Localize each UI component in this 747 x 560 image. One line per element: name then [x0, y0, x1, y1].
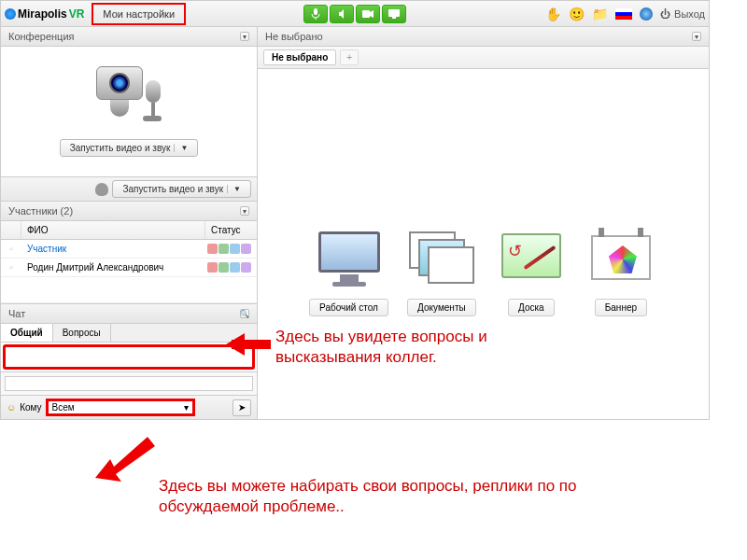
smile-icon[interactable]: ☺ [7, 402, 16, 413]
participant-name: Родин Дмитрий Александрович [21, 259, 205, 275]
audio-button[interactable] [330, 5, 354, 23]
svg-rect-0 [314, 8, 317, 15]
annotation-arrow [215, 334, 271, 353]
chevron-down-icon: ▼ [174, 144, 188, 152]
folder-icon[interactable]: 📁 [592, 7, 608, 21]
table-row[interactable]: ▫ Родин Дмитрий Александрович [1, 259, 257, 277]
share-label: Документы [407, 299, 476, 316]
exit-button[interactable]: ⏻ Выход [660, 8, 705, 20]
recipient-row: ☺ Кому Всем ▾ ➤ [1, 395, 257, 419]
screen-button[interactable] [382, 5, 406, 23]
komu-label: Кому [20, 402, 41, 413]
flag-ru-icon[interactable] [615, 8, 632, 20]
content-tabs: Не выбрано + [258, 47, 709, 69]
annotation-arrow [93, 420, 159, 485]
topbar: MirapolisVR Мои настройки ✋ 🙂 📁 ⏻ Выход [1, 1, 709, 27]
share-board[interactable]: ↺ Доска [495, 228, 568, 316]
status-icon[interactable] [218, 262, 229, 273]
webcam-preview [87, 66, 171, 132]
table-head: ФИО Статус [1, 221, 257, 240]
globe-icon[interactable] [640, 7, 653, 21]
top-center-controls [303, 5, 406, 23]
add-tab-button[interactable]: + [340, 49, 359, 65]
share-documents[interactable]: Документы [405, 228, 478, 316]
status-icon[interactable] [241, 262, 251, 273]
board-icon: ↺ [495, 228, 568, 291]
smile-icon[interactable]: 🙂 [569, 7, 585, 21]
share-label: Баннер [595, 299, 647, 316]
logo-icon [5, 8, 16, 20]
svg-rect-2 [388, 9, 400, 17]
svg-rect-3 [392, 17, 396, 19]
annotation-text: Здесь вы можете набирать свои вопросы, р… [159, 476, 644, 517]
chevron-down-icon: ▾ [184, 402, 189, 413]
status-icon[interactable] [218, 244, 229, 254]
desktop-icon [313, 228, 386, 291]
status-icon[interactable] [207, 244, 218, 254]
status-icon[interactable] [207, 262, 218, 273]
annotation-text: Здесь вы увидете вопросы и высказывания … [275, 327, 556, 368]
table-row [1, 277, 257, 303]
brand-suffix: VR [69, 7, 85, 21]
exit-label: Выход [674, 8, 705, 20]
status-icon[interactable] [230, 262, 240, 273]
content-header: Не выбрано ▾ [258, 27, 709, 47]
start-av-label: Запустить видео и звук [70, 143, 171, 153]
user-icon [95, 183, 108, 196]
status-icon[interactable] [241, 244, 251, 254]
participants-table: ФИО Статус ▫ Участник ▫ Родин Дмитрий Ал [1, 221, 257, 304]
start-av-label-2: Запустить видео и звук [122, 184, 223, 194]
camera-button[interactable] [356, 5, 380, 23]
search-icon[interactable]: 🔍 [240, 309, 249, 318]
participant-name[interactable]: Участник [21, 241, 205, 257]
conference-title: Конференция [8, 31, 74, 42]
tab-general[interactable]: Общий [1, 324, 53, 342]
svg-rect-1 [362, 10, 370, 18]
conference-header: Конференция ▾ [1, 27, 257, 47]
content-title: Не выбрано [265, 31, 323, 42]
recipient-value: Всем [52, 402, 75, 413]
banner-icon [585, 228, 657, 291]
start-av-button-2[interactable]: Запустить видео и звук ▼ [112, 180, 251, 198]
chat-input-row [1, 371, 257, 395]
tab-questions[interactable]: Вопросы [53, 324, 111, 342]
start-av-button[interactable]: Запустить видео и звук ▼ [60, 139, 199, 157]
svg-marker-4 [95, 437, 155, 482]
share-label: Доска [508, 299, 555, 316]
chevron-down-icon: ▼ [227, 185, 241, 193]
table-row[interactable]: ▫ Участник [1, 240, 257, 259]
brand-text: Mirapolis [18, 7, 67, 21]
share-label: Рабочий стол [309, 299, 388, 316]
status-icon[interactable] [230, 244, 240, 254]
top-right: ✋ 🙂 📁 ⏻ Выход [545, 7, 705, 21]
av-subbar: Запустить видео и звук ▼ [1, 177, 257, 202]
col-status: Статус [205, 221, 257, 239]
participants-title: Участники (2) [8, 205, 73, 217]
conference-panel: Запустить видео и звук ▼ [1, 47, 257, 177]
content-tab[interactable]: Не выбрано [263, 49, 336, 65]
col-name: ФИО [21, 221, 205, 239]
hand-icon[interactable]: ✋ [545, 7, 561, 21]
share-desktop[interactable]: Рабочий стол [309, 228, 388, 316]
panel-caret-icon[interactable]: ▾ [692, 32, 701, 41]
documents-icon [405, 228, 478, 291]
chat-title: Чат [8, 308, 25, 319]
panel-caret-icon[interactable]: ▾ [240, 32, 249, 41]
chat-header: Чат 🔍 [1, 304, 257, 324]
recipient-select[interactable]: Всем ▾ [46, 399, 195, 416]
chat-input[interactable] [5, 376, 253, 391]
exit-icon: ⏻ [660, 8, 670, 20]
share-banner[interactable]: Баннер [585, 228, 657, 316]
logo: MirapolisVR [5, 7, 84, 21]
left-column: Конференция ▾ Запустить видео и звук ▼ З… [1, 27, 258, 419]
my-settings-button[interactable]: Мои настройки [92, 3, 186, 25]
panel-caret-icon[interactable]: ▾ [240, 206, 249, 216]
participants-header: Участники (2) ▾ [1, 202, 257, 221]
send-button[interactable]: ➤ [233, 399, 251, 416]
mic-toggle-button[interactable] [303, 5, 328, 23]
